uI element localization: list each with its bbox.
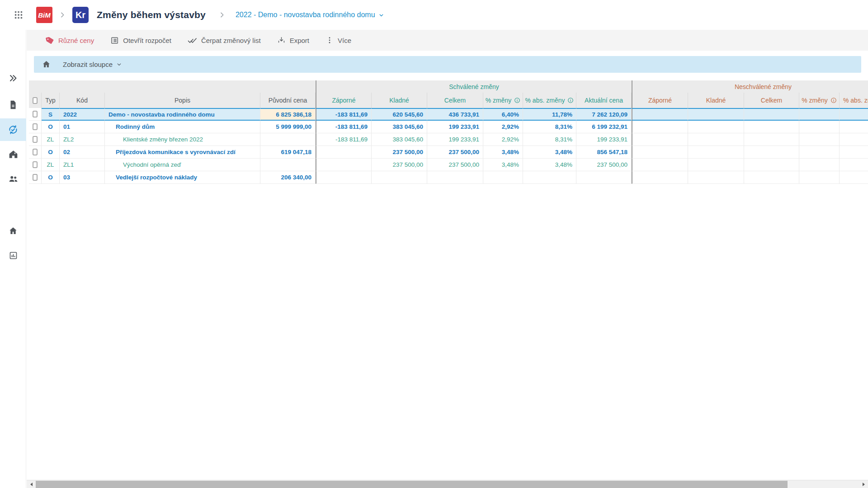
cell-schv-kladne[interactable]: 237 500,00 <box>372 146 427 159</box>
cell-neschv-kladne[interactable] <box>688 108 744 121</box>
cell-neschv-pct-abs-zmeny[interactable] <box>840 121 868 133</box>
column-header-neschv-kladne[interactable]: Kladné <box>688 93 744 108</box>
cell-aktualni-cena[interactable]: 856 547,18 <box>576 146 632 159</box>
cell-neschv-pct-zmeny[interactable] <box>799 108 840 121</box>
sidebar-people[interactable] <box>0 167 26 190</box>
column-header-neschv-pct-abs-zmeny[interactable]: % abs. změny <box>840 93 868 108</box>
cell-schv-celkem[interactable]: 237 500,00 <box>427 159 483 171</box>
scrollbar-thumb[interactable] <box>36 481 788 488</box>
cell-kod[interactable]: ZL1 <box>60 159 105 171</box>
row-checkbox[interactable] <box>33 149 38 155</box>
scroll-right-arrow[interactable] <box>860 480 867 488</box>
cell-neschv-celkem[interactable] <box>744 146 799 159</box>
cell-typ[interactable]: S <box>42 108 60 121</box>
cell-schv-celkem[interactable] <box>427 171 483 184</box>
row-checkbox[interactable] <box>33 111 38 117</box>
cell-neschv-pct-zmeny[interactable] <box>799 159 840 171</box>
cell-neschv-zaporne[interactable] <box>632 171 688 184</box>
cell-schv-zaporne[interactable] <box>316 171 372 184</box>
cell-kod[interactable]: ZL2 <box>60 133 105 146</box>
column-header-schv-celkem[interactable]: Celkem <box>427 93 483 108</box>
sidebar-documents[interactable] <box>0 94 26 116</box>
column-header-neschv-celkem[interactable]: Celkem <box>744 93 799 108</box>
column-header-popis[interactable]: Popis <box>105 93 260 108</box>
cell-neschv-celkem[interactable] <box>744 159 799 171</box>
cell-puvodni-cena[interactable]: 5 999 999,00 <box>260 121 316 133</box>
cell-aktualni-cena[interactable]: 7 262 120,09 <box>576 108 632 121</box>
sidebar-expand[interactable] <box>0 67 26 89</box>
info-icon[interactable] <box>567 97 574 103</box>
column-header-neschv-zaporne[interactable]: Záporné <box>632 93 688 108</box>
cell-typ[interactable]: ZL <box>42 159 60 171</box>
column-header-typ[interactable]: Typ <box>42 93 60 108</box>
cell-popis[interactable]: Příjezdová komunikace s vyrovnávací zdí <box>105 146 260 159</box>
cell-neschv-pct-abs-zmeny[interactable] <box>840 108 868 121</box>
cell-neschv-pct-abs-zmeny[interactable] <box>840 159 868 171</box>
cell-schv-pct-abs-zmeny[interactable]: 11,78% <box>523 108 576 121</box>
column-header-aktualni-cena[interactable]: Aktuální cena <box>576 93 632 108</box>
cell-neschv-pct-zmeny[interactable] <box>799 133 840 146</box>
cell-schv-zaporne[interactable] <box>316 146 372 159</box>
cell-typ[interactable]: O <box>42 121 60 133</box>
cell-neschv-zaporne[interactable] <box>632 146 688 159</box>
cell-neschv-celkem[interactable] <box>744 171 799 184</box>
cell-neschv-zaporne[interactable] <box>632 121 688 133</box>
cell-schv-zaporne[interactable]: -183 811,69 <box>316 108 372 121</box>
info-icon[interactable] <box>514 97 520 103</box>
row-checkbox[interactable] <box>33 161 38 168</box>
cell-puvodni-cena[interactable]: 206 340,00 <box>260 171 316 184</box>
cell-neschv-zaporne[interactable] <box>632 159 688 171</box>
cell-neschv-pct-zmeny[interactable] <box>799 171 840 184</box>
column-header-schv-kladne[interactable]: Kladné <box>372 93 427 108</box>
cell-puvodni-cena[interactable]: 6 825 386,18 <box>260 108 316 121</box>
cell-schv-pct-zmeny[interactable]: 2,92% <box>483 133 523 146</box>
cell-typ[interactable]: O <box>42 146 60 159</box>
cell-aktualni-cena[interactable]: 237 500,00 <box>576 159 632 171</box>
cell-puvodni-cena[interactable] <box>260 159 316 171</box>
cell-neschv-celkem[interactable] <box>744 108 799 121</box>
cell-schv-zaporne[interactable]: -183 811,69 <box>316 133 372 146</box>
cell-kod[interactable]: 01 <box>60 121 105 133</box>
cell-popis[interactable]: Demo - novostavba rodinného domu <box>105 108 260 121</box>
row-checkbox[interactable] <box>33 136 38 143</box>
cell-schv-pct-abs-zmeny[interactable]: 3,48% <box>523 159 576 171</box>
cell-popis[interactable]: Vedlejší rozpočtové náklady <box>105 171 260 184</box>
cell-neschv-celkem[interactable] <box>744 121 799 133</box>
sidebar-changes[interactable] <box>0 118 26 141</box>
cell-schv-pct-zmeny[interactable]: 6,40% <box>483 108 523 121</box>
cell-schv-pct-zmeny[interactable]: 2,92% <box>483 121 523 133</box>
show-columns-button[interactable]: Zobrazit sloupce <box>63 61 122 68</box>
cell-kod[interactable]: 03 <box>60 171 105 184</box>
cell-schv-zaporne[interactable] <box>316 159 372 171</box>
cell-neschv-zaporne[interactable] <box>632 108 688 121</box>
apps-grid-icon[interactable] <box>13 9 24 21</box>
cell-schv-kladne[interactable] <box>372 171 427 184</box>
cell-schv-pct-zmeny[interactable] <box>483 171 523 184</box>
cell-schv-pct-abs-zmeny[interactable] <box>523 171 576 184</box>
cell-neschv-pct-abs-zmeny[interactable] <box>840 146 868 159</box>
cell-puvodni-cena[interactable] <box>260 133 316 146</box>
cell-schv-zaporne[interactable]: -183 811,69 <box>316 121 372 133</box>
cell-typ[interactable]: ZL <box>42 133 60 146</box>
cell-schv-pct-zmeny[interactable]: 3,48% <box>483 159 523 171</box>
cell-kod[interactable]: 2022 <box>60 108 105 121</box>
cell-neschv-kladne[interactable] <box>688 146 744 159</box>
cell-schv-celkem[interactable]: 199 233,91 <box>427 133 483 146</box>
column-header-kod[interactable]: Kód <box>60 93 105 108</box>
cell-puvodni-cena[interactable]: 619 047,18 <box>260 146 316 159</box>
cell-aktualni-cena[interactable]: 199 233,91 <box>576 133 632 146</box>
cell-schv-pct-zmeny[interactable]: 3,48% <box>483 146 523 159</box>
cell-aktualni-cena[interactable] <box>576 171 632 184</box>
cell-neschv-pct-zmeny[interactable] <box>799 146 840 159</box>
cell-neschv-pct-abs-zmeny[interactable] <box>840 133 868 146</box>
column-header-schv-pct-abs-zmeny[interactable]: % abs. změny <box>523 93 576 108</box>
cell-schv-pct-abs-zmeny[interactable]: 8,31% <box>523 133 576 146</box>
column-header-puvodni-cena[interactable]: Původní cena <box>260 93 316 108</box>
cell-schv-celkem[interactable]: 436 733,91 <box>427 108 483 121</box>
column-header-schv-zaporne[interactable]: Záporné <box>316 93 372 108</box>
cell-popis[interactable]: Východní opěrná zeď <box>105 159 260 171</box>
home-icon[interactable] <box>42 60 51 69</box>
cell-neschv-kladne[interactable] <box>688 121 744 133</box>
cell-schv-kladne[interactable]: 620 545,60 <box>372 108 427 121</box>
cell-popis[interactable]: Klientské změny březen 2022 <box>105 133 260 146</box>
